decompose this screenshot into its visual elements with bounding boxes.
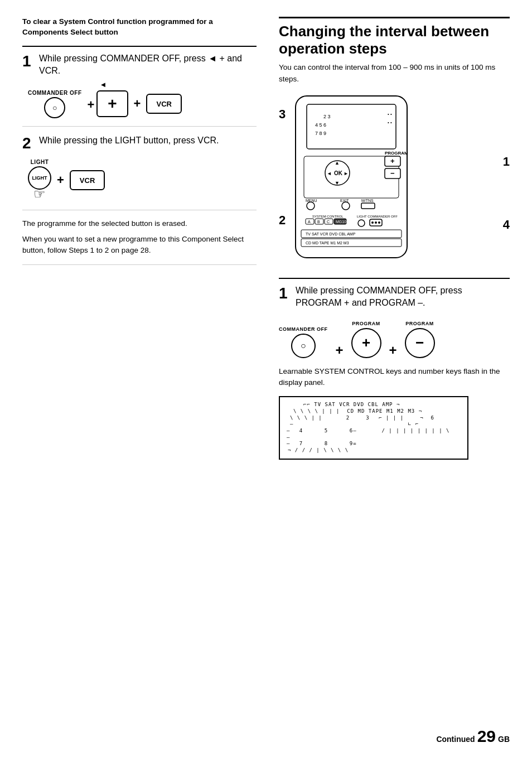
svg-point-35	[358, 220, 365, 226]
svg-text:◄: ◄	[327, 171, 332, 176]
plus-sign-4: +	[336, 343, 344, 358]
step-1-number: 1	[22, 52, 36, 69]
label-1: 1	[503, 155, 510, 169]
svg-text:▲: ▲	[335, 160, 340, 166]
commander-off-button: ○	[44, 97, 65, 118]
display-panel-diagram: ⌐⌐ TV SAT VCR DVD CBL AMP ¬ \ \ \ \ | | …	[279, 396, 468, 460]
svg-text:▼: ▼	[335, 180, 340, 186]
step-1-row: 1 While pressing COMMANDER OFF, press ◄ …	[22, 52, 257, 83]
desc-1: The programme for the selected button is…	[22, 218, 257, 229]
program-plus-button: +	[351, 328, 381, 358]
step-divider-1	[22, 126, 257, 127]
page-footer: Continued 29 GB	[436, 727, 510, 746]
section-title: To clear a System Control function progr…	[22, 17, 257, 38]
svg-text:MG10: MG10	[336, 220, 346, 224]
commander-off-label-right: COMMANDER OFF	[279, 326, 328, 332]
step-2-content: While pressing the LIGHT button, press V…	[39, 134, 257, 152]
display-line-8: ¬ / / / | \ \ \ \	[287, 447, 461, 454]
right-column: Changing the interval between operation …	[279, 17, 510, 467]
label-3: 3	[279, 107, 286, 122]
svg-text:PROGRAM: PROGRAM	[385, 151, 408, 156]
svg-text:OK: OK	[334, 170, 343, 176]
svg-text:SYSTEM CONTROL: SYSTEM CONTROL	[312, 215, 344, 218]
svg-text:M/TNS: M/TNS	[361, 199, 374, 202]
svg-text:B: B	[317, 220, 320, 224]
vcr-button-2: VCR	[70, 170, 105, 190]
label-2: 2	[279, 213, 286, 228]
page-number: 29	[477, 727, 496, 746]
hand-icon: ☞	[33, 186, 46, 202]
svg-text:►: ►	[344, 171, 349, 176]
program-label-1: PROGRAM	[352, 321, 380, 326]
display-line-2: \ \ \ \ | | | CD MD TAPE M1 M2 M3 ¬	[287, 408, 461, 415]
remote-diagram-container: 2 3 4 5 6 7 8 9 • • • • PROGRAM + − OK	[279, 90, 510, 269]
svg-text:C: C	[327, 220, 330, 224]
svg-text:−: −	[390, 169, 395, 177]
program-minus-group: PROGRAM −	[405, 321, 435, 358]
right-step-1-number: 1	[279, 285, 292, 301]
diagram-row: COMMANDER OFF ○ + PROGRAM + + PROGRAM −	[279, 321, 510, 358]
plus-sign-2: +	[134, 97, 141, 111]
right-step-1-row: 1 While pressing COMMANDER OFF, press PR…	[279, 285, 510, 315]
right-step-1-content: While pressing COMMANDER OFF, press PROG…	[296, 285, 510, 315]
remote-svg: 2 3 4 5 6 7 8 9 • • • • PROGRAM + − OK	[279, 90, 424, 269]
display-line-7: — 7 8 9=	[287, 441, 461, 447]
light-label: LIGHT	[31, 159, 49, 165]
display-line-4: — ∟ ⌐	[290, 421, 461, 428]
svg-point-22	[342, 202, 350, 210]
page-suffix: GB	[498, 735, 510, 744]
svg-point-38	[375, 221, 377, 224]
step-1-text: While pressing COMMANDER OFF, press ◄ + …	[39, 52, 257, 78]
desc-2: When you want to set a new programme to …	[22, 234, 257, 257]
svg-text:4   5   6: 4 5 6	[315, 122, 326, 128]
svg-text:7   8   9: 7 8 9	[315, 131, 326, 136]
step-2-row: 2 While pressing the LIGHT button, press…	[22, 134, 257, 152]
continued-text: Continued	[436, 735, 475, 744]
svg-text:A: A	[308, 220, 311, 224]
display-line-3: \ \ \ | | 2 3 ⌐ | | | ¬ 6	[287, 415, 461, 422]
svg-text:2   3: 2 3	[323, 114, 331, 119]
step-1-diagram: COMMANDER OFF ○ ◄ + + + VCR	[28, 90, 257, 118]
program-label-2: PROGRAM	[405, 321, 434, 326]
plus-sign-5: +	[389, 343, 397, 358]
left-column: To clear a System Control function progr…	[22, 17, 257, 467]
step-2-number: 2	[22, 134, 36, 151]
right-desc-1: Learnable SYSTEM CONTROL keys and number…	[279, 366, 510, 389]
svg-text:• •: • •	[388, 120, 392, 125]
program-plus-group: PROGRAM +	[351, 321, 381, 358]
step-divider-2	[22, 210, 257, 210]
step-2-diagram: LIGHT LIGHT ☞ + VCR	[28, 159, 257, 202]
step-1-content: While pressing COMMANDER OFF, press ◄ + …	[39, 52, 257, 83]
section-divider	[22, 46, 257, 47]
svg-text:• •: • •	[388, 112, 392, 117]
main-heading: Changing the interval between operation …	[279, 17, 510, 57]
display-line-5: — 4 5 6— / | | | | | | | | \	[287, 428, 461, 435]
svg-text:LIGHT  COMMANDER OFF: LIGHT COMMANDER OFF	[357, 215, 398, 218]
display-line-1: ⌐⌐ TV SAT VCR DVD CBL AMP ¬	[287, 402, 461, 408]
intro-text: You can control the interval from 100 – …	[279, 62, 510, 85]
arrow-indicator: ◄	[100, 80, 107, 89]
plus-sign-1: +	[88, 98, 95, 112]
commander-off-label: COMMANDER OFF	[28, 90, 82, 96]
svg-text:TV  SAT  VCR  DVD  CBL  AMP: TV SAT VCR DVD CBL AMP	[306, 232, 356, 236]
plus-button: +	[96, 90, 128, 117]
svg-point-20	[307, 202, 315, 210]
svg-point-39	[378, 221, 380, 224]
light-button-group: LIGHT LIGHT ☞	[28, 159, 51, 202]
plus-sign-3: +	[57, 173, 64, 187]
plus-button-group: ◄ + +	[88, 90, 128, 117]
commander-off-circle-right: ○	[291, 334, 316, 358]
svg-rect-24	[361, 203, 375, 209]
display-line-6: —	[287, 435, 461, 441]
svg-text:CD  MD  TAPE  M1   M2   M3: CD MD TAPE M1 M2 M3	[306, 241, 349, 245]
right-step-1-diagram: COMMANDER OFF ○ + PROGRAM + + PROGRAM −	[279, 321, 510, 358]
commander-off-group-right: COMMANDER OFF ○	[279, 326, 328, 358]
right-step-1-text: While pressing COMMANDER OFF, press PROG…	[296, 285, 510, 310]
right-section-divider	[279, 278, 510, 279]
program-minus-button: −	[405, 328, 435, 358]
bottom-rule	[22, 264, 257, 265]
svg-text:+: +	[390, 157, 395, 165]
vcr-button: VCR	[146, 94, 181, 114]
svg-point-37	[371, 221, 374, 224]
step-2-text: While pressing the LIGHT button, press V…	[39, 134, 257, 147]
